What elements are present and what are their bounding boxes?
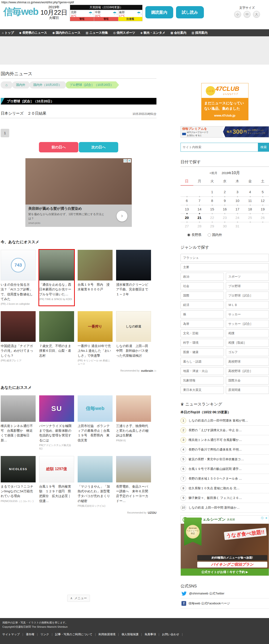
nav-item[interactable]: ◆ 長野県のニュース [19,31,47,35]
genre-button[interactable]: 気象情報 [180,376,224,384]
genre-button[interactable]: 主要 [180,263,269,271]
calendar-date[interactable]: 20 [180,214,193,222]
subscribe-button[interactable]: 購読案内 [145,6,173,18]
article-card[interactable]: SU パーソナライズを極限まで強め、顧客体験の包括的な管理を実現するには PR(… [39,395,74,450]
twitter-link[interactable]: @shinmaiweb 公式Twitter [180,589,269,598]
article-link[interactable]: 日本シリーズ ２０日結果 [1,111,46,116]
ad-close-icon[interactable]: ✕ [128,159,131,162]
calendar-date[interactable]: 6 [180,196,193,205]
font-size-medium-button[interactable]: 中 [244,11,250,18]
article-card[interactable]: 一番搾り 一番搾り 過去10年で売上No.1 進化した「おいしさ」で快進撃 (P… [78,311,112,366]
calendar-date[interactable]: 1 [206,188,218,196]
calendar-date[interactable]: 12 [256,196,269,205]
genre-button[interactable]: プロ野球 [226,282,269,290]
genre-button[interactable]: 相撲［取組］ [226,339,269,347]
47club-ad[interactable]: こんなの 47CLUB よんななクラブ まだニュースになっていない逸品、集めまし… [201,83,248,120]
footer-link[interactable]: お問い合わせ [162,633,186,636]
genre-button[interactable]: フラッシュ [180,254,269,262]
genre-button[interactable]: 高校野球［試合］ [226,367,269,375]
calendar-date[interactable]: 17 [231,205,244,214]
search-input[interactable] [180,143,258,152]
genre-button[interactable]: スポーツ [226,273,269,281]
calendar-date[interactable]: 16 [218,205,231,214]
calendar-date[interactable] [244,222,256,230]
footer-link[interactable]: 著作権 [26,633,40,636]
footer-link[interactable]: 記事・写真のご利用について [55,633,98,636]
ranking-item[interactable]: 8 佐久長聖１０失点 星稜に敗れる 北… [180,484,269,493]
calendar-date[interactable]: 15 [206,205,218,214]
footer-link[interactable]: リンク [40,633,55,636]
article-card[interactable]: 権兵衛トンネル通行不可 台風影響か 橋近くで崩落｜信濃毎日新… [1,395,36,450]
trial-read-button[interactable]: 試し読み [176,6,204,18]
next-day-button[interactable]: 次の日へ [79,142,118,152]
adchoices-info-icon[interactable]: ⓘ [260,516,264,520]
hotel-ad-cta-button[interactable]: 公式サイトがお得！今すぐ予約 ▶ [181,568,269,576]
pagination-page-1[interactable]: 1 [1,129,9,137]
calendar-date[interactable]: 10 [231,196,244,205]
article-card[interactable]: 長野電鉄、食品スーパー誘致へ 来年６月閉店予定のイトーヨーカドー… [116,456,151,508]
nav-item[interactable]: ⌂ トップ [2,31,14,35]
calendar-date[interactable]: 9 [218,196,231,205]
article-card[interactable]: 743 いまの自分を知る方法？「AIスコア診断」で、信用度を数値化してみた (P… [1,250,36,306]
genre-button[interactable]: プロ野球［試合］ [226,292,269,300]
ranking-item[interactable]: 3 権兵衛トンネル通行不可 台風影響か… [180,435,269,445]
genre-button[interactable]: 文化・芸能 [180,329,224,337]
article-card[interactable]: 総額 1297億 台風１９号 県内被害額 １２９７億円 県把握分 拡大は必至｜信… [39,456,74,508]
calendar-date[interactable]: 21 [193,214,206,222]
calendar-date[interactable]: 13 [180,205,193,214]
genre-button[interactable]: 国際 [180,292,224,300]
genre-button[interactable]: 科学・環境 [180,339,224,347]
genre-button[interactable]: 原発関連 [226,386,269,394]
article-list-row[interactable]: 日本シリーズ ２０日結果 10月20日21時51分 [1,111,156,118]
genre-button[interactable]: 医療・健康 [180,348,224,356]
article-card[interactable]: しなの鉄道 しなの鉄道 上田―田中間 新幹線かバス使った代替輸送検討 [116,311,151,366]
genre-button[interactable]: 地震・津波・火山 [180,367,224,375]
calendar-date[interactable]: 27 [180,222,193,230]
search-button[interactable]: 検索 [258,143,269,152]
facebook-link[interactable]: f 信毎web 公式Facebookページ [180,598,269,608]
calendar-date[interactable]: 11 [244,196,256,205]
font-size-large-button[interactable]: 大 [253,11,260,18]
calendar-date[interactable]: 28 [193,222,206,230]
genre-button[interactable]: 経済 [180,301,224,309]
uzou-logo[interactable]: UZOU [148,511,156,514]
nav-item[interactable]: ◎ 信州スポーツ [113,31,135,35]
hotel-ad[interactable]: ホテル ウェルシーズン 浜名湖 ⓘ ✕ Bestrate ベストレート 保証 う… [180,516,269,576]
article-card[interactable]: 台風１９号 県内 浸水被害８０００戸 [78,250,112,306]
outbrain-logo[interactable]: outbrain [141,369,153,372]
nav-item[interactable]: ▦ 会社案内 [170,31,186,35]
ranking-item[interactable]: 5 被災の長野・東北中が全日本吹奏楽コ… [180,454,269,464]
previous-day-button[interactable]: 前の日へ [39,142,78,152]
radio-nagano[interactable]: 長野県 [187,233,202,237]
footer-link[interactable]: 個人情報保護 [122,633,145,636]
genre-button[interactable]: 高校野球 [226,358,269,366]
calendar-date[interactable]: 3 [231,188,244,196]
ad-close-icon[interactable]: ✕ [264,516,268,520]
genre-button[interactable]: 東日本大震災 [180,386,224,394]
genre-button[interactable]: 政治 [180,273,224,281]
article-card[interactable]: 信毎web 上田市社協 ボランティアの募集停止｜台風１９号 長野県内 東信災害 [78,395,112,450]
article-card[interactable]: 浸水被害のクリーンピア千曲、完全復旧まで１～２年 [116,250,151,306]
genre-button[interactable]: サッカー［試合］ [226,320,269,328]
article-card[interactable]: 「マジうまやん」「加熱式やめたわ」新型電子タバコが売れまくりの秘密 PR(株式会… [78,456,112,508]
calendar-date[interactable] [193,188,206,196]
calendar-date[interactable]: 23 [218,214,231,222]
menu-button[interactable]: ∧ メニュー [67,595,90,602]
ranking-item[interactable]: 4 長野の千曲川で男性の遺体発見 不明… [180,445,269,454]
premium-banner[interactable]: 信毎プレミアムを NTTグループカードで お支払いすると 毎月 300 円 20… [180,126,269,138]
genre-button[interactable]: 株 [180,310,224,318]
calendar-date[interactable]: 7 [193,196,206,205]
genre-button[interactable]: ゴルフ [226,348,269,356]
calendar-date[interactable]: 4 [244,188,256,196]
font-size-small-button[interactable]: 小 [234,11,241,18]
article-card[interactable]: 「通信を止めるな」西日本豪雨のなか光ケーブルを守り抜いた… (PR) TIME … [39,250,74,306]
ad-next-arrow[interactable]: › [116,211,128,222]
genre-button[interactable]: 社会 [180,282,224,290]
article-card[interactable]: 中国経済は「ナイアガラの滝」めがけてまっしぐら？ (PR) 経済プレミア [1,311,36,366]
nav-item[interactable]: ◈ 観光・エンタメ [140,31,165,35]
ranking-item[interactable]: 6 台風１９号で不通の飯山線区間 通学… [180,464,269,474]
calendar-date[interactable]: 22 [206,214,218,222]
breadcrumb-item-current[interactable]: プロ野球［試合］（10月20日） [66,82,119,88]
calendar-date[interactable]: 26 [256,214,269,222]
calendar-date[interactable]: 2 [218,188,231,196]
